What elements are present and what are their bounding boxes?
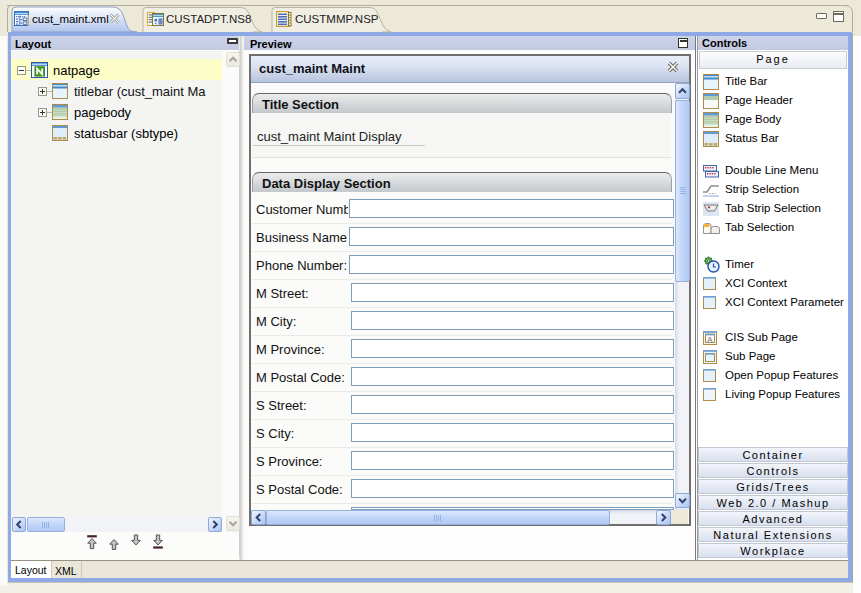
svg-text:A: A	[707, 335, 713, 344]
